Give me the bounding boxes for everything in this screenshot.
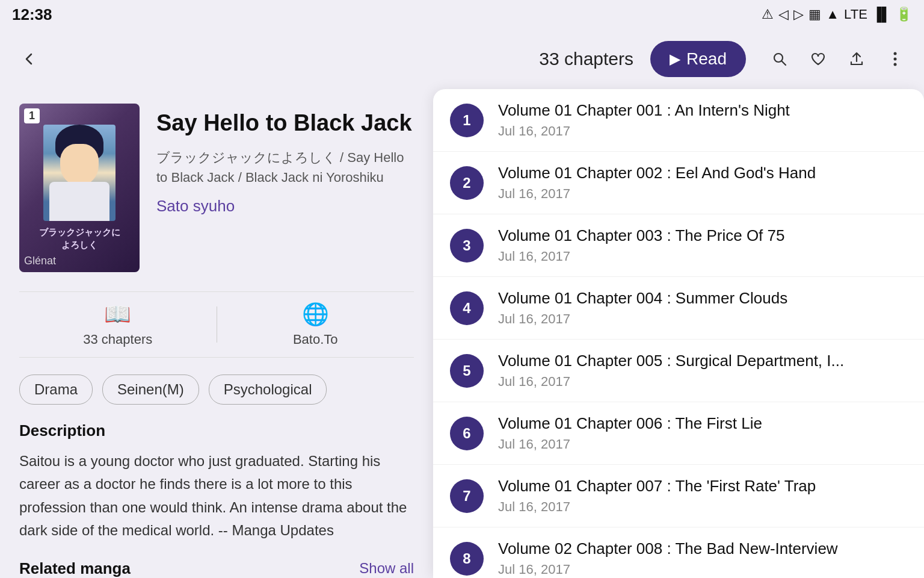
- more-button[interactable]: [878, 42, 912, 76]
- related-section: Related manga Show all: [19, 559, 414, 578]
- book-author[interactable]: Sato syuho: [156, 197, 414, 216]
- stat-source-label: Bato.To: [293, 332, 338, 347]
- chapter-title: Volume 01 Chapter 002 : Eel And God's Ha…: [498, 164, 859, 182]
- chapter-title: Volume 01 Chapter 004 : Summer Clouds: [498, 289, 859, 308]
- status-bar: 12:38 ⚠ ◁ ▷ ▦ ▲ LTE ▐▌ 🔋: [0, 0, 924, 29]
- book-cover: 1 ブラックジャックによろしく Glénat: [19, 104, 140, 272]
- book-icon: 📖: [104, 302, 131, 327]
- chapter-title: Volume 01 Chapter 001 : An Intern's Nigh…: [498, 101, 859, 120]
- chapter-info: Volume 01 Chapter 004 : Summer Clouds Ju…: [498, 289, 907, 327]
- chapter-date: Jul 16, 2017: [498, 123, 907, 139]
- read-label: Read: [686, 49, 727, 69]
- show-all-button[interactable]: Show all: [359, 560, 414, 577]
- chapter-title: Volume 01 Chapter 006 : The First Lie: [498, 414, 859, 433]
- chapter-item[interactable]: 2 Volume 01 Chapter 002 : Eel And God's …: [433, 152, 924, 214]
- chapter-title: Volume 01 Chapter 005 : Surgical Departm…: [498, 352, 859, 370]
- back-button[interactable]: [12, 42, 46, 76]
- chapter-date: Jul 16, 2017: [498, 437, 907, 452]
- chapter-date: Jul 16, 2017: [498, 311, 907, 327]
- top-bar: 33 chapters ▶ Read: [0, 29, 924, 89]
- book-title: Say Hello to Black Jack: [156, 108, 414, 138]
- alert-icon: ⚠: [762, 7, 774, 22]
- svg-point-3: [894, 63, 897, 66]
- globe-icon: 🌐: [302, 302, 329, 327]
- chapter-info: Volume 01 Chapter 006 : The First Lie Ju…: [498, 414, 907, 452]
- chapters-count: 33 chapters: [539, 49, 633, 69]
- tags-row: Drama Seinen(M) Psychological: [19, 374, 414, 405]
- chapter-item[interactable]: 6 Volume 01 Chapter 006 : The First Lie …: [433, 402, 924, 465]
- chapter-number: 4: [450, 291, 484, 325]
- svg-point-1: [894, 52, 897, 55]
- stat-source: 🌐 Bato.To: [217, 302, 414, 347]
- read-button[interactable]: ▶ Read: [650, 41, 746, 77]
- tag-psychological[interactable]: Psychological: [209, 374, 327, 405]
- chapter-number: 3: [450, 229, 484, 263]
- left-panel: 1 ブラックジャックによろしく Glénat Say Hello to Bl: [0, 89, 433, 578]
- main-container: 1 ブラックジャックによろしく Glénat Say Hello to Bl: [0, 89, 924, 578]
- chapter-info: Volume 01 Chapter 007 : The 'First Rate'…: [498, 477, 907, 515]
- top-bar-actions: [763, 42, 912, 76]
- chapter-info: Volume 01 Chapter 003 : The Price Of 75 …: [498, 226, 907, 264]
- status-time: 12:38: [12, 5, 52, 24]
- share-button[interactable]: [840, 42, 873, 76]
- wifi-icon: ▲: [826, 7, 839, 22]
- cover-text: ブラックジャックによろしく: [39, 226, 120, 251]
- stats-row: 📖 33 chapters 🌐 Bato.To: [19, 291, 414, 358]
- chapter-number: 5: [450, 354, 484, 388]
- description-section: Description Saitou is a young doctor who…: [19, 421, 414, 542]
- book-info: 1 ブラックジャックによろしく Glénat Say Hello to Bl: [19, 104, 414, 272]
- chapter-title: Volume 01 Chapter 007 : The 'First Rate'…: [498, 477, 859, 496]
- share-status-icon: ▷: [793, 7, 804, 22]
- chapter-item[interactable]: 1 Volume 01 Chapter 001 : An Intern's Ni…: [433, 89, 924, 152]
- signal-icon: LTE: [844, 7, 867, 22]
- chapter-list: 1 Volume 01 Chapter 001 : An Intern's Ni…: [433, 89, 924, 578]
- battery-icon: 🔋: [896, 7, 912, 22]
- status-icons: ⚠ ◁ ▷ ▦ ▲ LTE ▐▌ 🔋: [762, 7, 912, 22]
- chapter-number: 6: [450, 417, 484, 450]
- chapter-date: Jul 16, 2017: [498, 562, 907, 577]
- chapter-date: Jul 16, 2017: [498, 249, 907, 264]
- cover-volume-badge: 1: [24, 108, 40, 123]
- chapter-item[interactable]: 4 Volume 01 Chapter 004 : Summer Clouds …: [433, 277, 924, 340]
- stat-chapters-label: 33 chapters: [83, 332, 152, 347]
- tag-seinen[interactable]: Seinen(M): [102, 374, 199, 405]
- chapter-item[interactable]: 5 Volume 01 Chapter 005 : Surgical Depar…: [433, 340, 924, 402]
- chapter-item[interactable]: 3 Volume 01 Chapter 003 : The Price Of 7…: [433, 214, 924, 277]
- chapter-number: 8: [450, 542, 484, 576]
- signal-bars: ▐▌: [872, 7, 891, 22]
- stat-chapters: 📖 33 chapters: [19, 302, 217, 347]
- chapter-number: 1: [450, 104, 484, 137]
- favorite-button[interactable]: [801, 42, 835, 76]
- chapter-title: Volume 01 Chapter 003 : The Price Of 75: [498, 226, 859, 245]
- chapter-date: Jul 16, 2017: [498, 374, 907, 390]
- sim-icon: ▦: [808, 7, 821, 22]
- chapter-date: Jul 16, 2017: [498, 186, 907, 202]
- chapter-info: Volume 01 Chapter 001 : An Intern's Nigh…: [498, 101, 907, 139]
- book-subtitle: ブラックジャックによろしく / Say Hello to Black Jack …: [156, 148, 414, 187]
- tag-drama[interactable]: Drama: [19, 374, 93, 405]
- navigation-icon: ◁: [778, 7, 789, 22]
- related-header: Related manga Show all: [19, 559, 414, 578]
- chapter-title: Volume 02 Chapter 008 : The Bad New-Inte…: [498, 539, 859, 558]
- related-title: Related manga: [19, 559, 131, 578]
- chapter-info: Volume 02 Chapter 008 : The Bad New-Inte…: [498, 539, 907, 577]
- chapter-info: Volume 01 Chapter 005 : Surgical Departm…: [498, 352, 907, 390]
- cover-publisher: Glénat: [24, 255, 56, 267]
- play-icon: ▶: [670, 51, 680, 67]
- chapter-date: Jul 16, 2017: [498, 499, 907, 515]
- chapter-number: 2: [450, 166, 484, 200]
- description-title: Description: [19, 421, 414, 440]
- chapter-info: Volume 01 Chapter 002 : Eel And God's Ha…: [498, 164, 907, 202]
- book-meta: Say Hello to Black Jack ブラックジャックによろしく / …: [156, 104, 414, 272]
- chapter-item[interactable]: 7 Volume 01 Chapter 007 : The 'First Rat…: [433, 465, 924, 527]
- chapter-number: 7: [450, 479, 484, 513]
- chapter-item[interactable]: 8 Volume 02 Chapter 008 : The Bad New-In…: [433, 527, 924, 578]
- search-button[interactable]: [763, 42, 796, 76]
- description-text: Saitou is a young doctor who just gradua…: [19, 450, 414, 542]
- svg-point-2: [894, 58, 897, 61]
